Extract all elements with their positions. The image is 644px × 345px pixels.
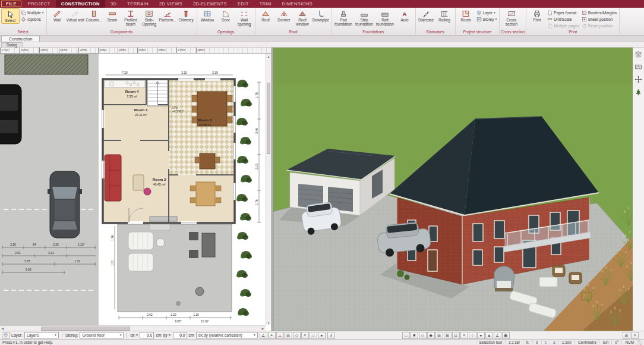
view-tool-button[interactable]: ≡ [460,332,468,339]
print-button[interactable]: Print [528,8,546,23]
downpipe-button[interactable]: Downpipe [312,8,330,23]
door-button[interactable]: Door [217,8,235,23]
tab-2d-views[interactable]: 2D VIEWS [154,0,188,8]
auto-foundation-button[interactable]: AAuto [396,8,414,23]
view-tool-button[interactable]: ◇ [419,332,427,339]
scroll-right-icon[interactable]: ▶ [260,327,266,330]
staircase-button[interactable]: Staircase [417,8,435,23]
view-tool-button[interactable]: ⊠ [444,332,452,339]
snap-tool-button[interactable]: ◇ [293,332,301,339]
vegetation-panel-button[interactable] [634,87,643,96]
pan-tool-button[interactable] [634,75,643,84]
layers-panel-button[interactable] [634,50,643,59]
view-tool-button[interactable]: □ [402,332,410,339]
downpipe-icon [316,9,326,18]
horizontal-scrollbar[interactable]: ◀ ▶ [0,325,266,331]
tab-construction-document[interactable]: Construction [1,36,40,42]
view-tool-button[interactable]: ∠ [494,332,501,339]
multiple-pages-button[interactable]: Multiple pages [546,23,580,29]
scroll-up-icon[interactable]: ▲ [266,54,271,59]
wall-opening-icon [239,9,249,18]
reset-position-button[interactable]: Reset position [580,23,618,29]
tab-3d[interactable]: 3D [105,0,122,8]
3d-view-canvas[interactable] [273,48,633,331]
strip-foundation-button[interactable]: Strip foundation [354,8,375,27]
beam-button[interactable]: Beam [103,8,122,23]
unit-scale-button[interactable]: Unit/Scale [546,16,580,23]
svg-text:Room 3: Room 3 [198,118,212,122]
plan-view-canvas[interactable]: 17% +6.5/38.7 [0,54,266,325]
snap-tool-button[interactable]: ⊥ [276,332,284,339]
snap-tool-button[interactable]: ∠ [260,332,267,339]
layer-combo[interactable]: Layer1▾ [24,332,59,338]
wall-opening-button[interactable]: Wall opening [235,8,254,27]
dormer-button[interactable]: Dormer [275,8,293,23]
roof-window-button[interactable]: Roof window [293,8,312,27]
slab-opening-button[interactable]: Slab- Opening [140,8,159,27]
misc-tool-button[interactable]: ≡ [631,332,639,339]
chimney-button[interactable]: Chimney [177,8,195,23]
options-button[interactable]: Options [20,16,45,23]
tab-project[interactable]: PROJECT [23,0,56,8]
pad-foundation-button[interactable]: Pad foundation [333,8,354,27]
tab-trim[interactable]: TRIM [254,0,277,8]
tab-construction[interactable]: CONSTRUCTION [56,0,105,8]
view-tool-button[interactable]: ⊞ [435,332,443,339]
resize-grip[interactable] [637,340,642,345]
view-tool-button[interactable]: ▲ [485,332,493,339]
snap-tool-button[interactable]: ● [318,332,326,339]
scroll-left-icon[interactable]: ◀ [0,327,5,330]
view-tool-button[interactable]: ▣ [502,332,510,339]
storey-dropdown[interactable]: Storey ▾ [475,16,498,23]
select-button[interactable]: Select [1,8,20,24]
raft-foundation-button[interactable]: Raft foundation [375,8,396,27]
tab-edit[interactable]: EDIT [232,0,254,8]
snap-tool-button[interactable]: ≡ [301,332,309,339]
layer-dropdown[interactable]: Layer ▾ [475,10,498,16]
auto-icon: A [400,9,409,18]
bush [405,275,410,280]
platform-button[interactable]: Platform... [159,8,177,23]
snap-tool-button[interactable]: ⊞ [285,332,292,339]
vertical-scrollbar[interactable]: ▲ ▼ [266,54,271,325]
cross-section-button[interactable]: Cross section [501,8,522,27]
roof-button[interactable]: Roof [257,8,275,23]
svg-text:Room 2: Room 2 [153,177,166,181]
tab-file[interactable]: FILE [1,1,21,7]
view-tool-button[interactable]: ● [477,332,485,339]
column-button[interactable]: Column... [85,8,103,23]
storey-combo[interactable]: Ground floor▾ [80,332,124,338]
view-tool-button[interactable]: ■ [411,332,418,339]
wall-button[interactable]: Wall [48,8,67,23]
view-tool-button[interactable]: ⊡ [452,332,460,339]
coordinate-mode-combo[interactable]: dx,dy (relative cartesian)▾ [196,332,258,338]
virtual-wall-button[interactable]: Virtual wall [67,8,85,23]
vertical-scroll-thumb[interactable] [267,83,270,154]
borders-margins-button[interactable]: Borders/Margins [580,10,618,16]
snap-tool-button[interactable]: □ [310,332,317,339]
profiled-beam-button[interactable]: Profiled beam [122,8,140,27]
components-panel-button[interactable] [634,62,643,71]
tab-terrain[interactable]: TERRAIN [122,0,154,8]
sheet-position-button[interactable]: Sheet position [580,16,618,23]
tab-dialog[interactable]: Dialog [1,42,23,47]
snap-tool-button[interactable]: + [268,332,276,339]
tab-2d-elements[interactable]: 2D-ELEMENTS [188,0,232,8]
view-tool-button[interactable]: ○ [469,332,476,339]
scroll-down-icon[interactable]: ▼ [266,320,271,325]
misc-tool-button[interactable]: ⊞ [623,332,630,339]
railing-button[interactable]: Railing [435,8,454,23]
multiple-select-button[interactable]: Multiple ▾ [20,10,45,16]
svg-text:64: 64 [33,243,36,246]
platform-icon [163,9,172,18]
layer-menu-button[interactable] [2,332,10,339]
info-button[interactable]: i [327,332,335,339]
dx-input[interactable] [140,332,154,338]
view-tool-button[interactable]: ◆ [427,332,435,339]
tab-dimensions[interactable]: DIMENSIONS [277,0,318,8]
window-button[interactable]: Window [198,8,217,23]
horizontal-scroll-thumb[interactable] [41,327,130,331]
dy-input[interactable] [173,332,187,338]
paper-format-button[interactable]: Paper format [546,10,580,16]
room-button[interactable]: Room [457,8,475,23]
